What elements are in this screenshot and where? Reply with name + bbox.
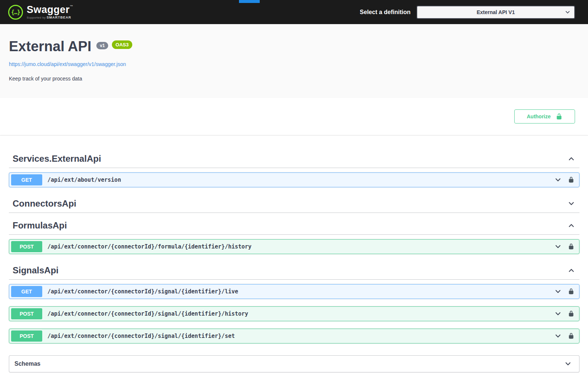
chevron-down-icon[interactable] xyxy=(554,288,562,295)
brand-name: Swagger™ xyxy=(27,5,73,15)
chevron-down-icon xyxy=(565,9,571,15)
operation-path: /api/ext/connector/{connectorId}/formula… xyxy=(47,243,252,250)
topbar: {…} Swagger™ Supported by SMARTBEAR Sele… xyxy=(0,0,588,24)
title-row: External API v1 OAS3 xyxy=(9,39,579,55)
operation-controls xyxy=(554,176,577,184)
chevron-down-icon[interactable] xyxy=(564,360,572,368)
section-header-services-externalapi[interactable]: Services.ExternalApi xyxy=(9,150,579,168)
method-badge: POST xyxy=(11,241,42,252)
chevron-up-icon[interactable] xyxy=(568,222,575,229)
section-header-signalsapi[interactable]: SignalsApi xyxy=(9,261,579,280)
lock-icon[interactable] xyxy=(568,333,574,339)
operation-controls xyxy=(554,288,577,295)
unlock-icon xyxy=(556,113,562,120)
section-services-externalapi: Services.ExternalApi GET /api/ext/about/… xyxy=(9,150,579,187)
section-formulasapi: FormulasApi POST /api/ext/connector/{con… xyxy=(9,217,579,254)
section-connectorsapi: ConnectorsApi xyxy=(9,195,579,213)
scheme-container: Authorize xyxy=(0,98,588,135)
method-badge: POST xyxy=(11,308,42,319)
operation-get-about-version[interactable]: GET /api/ext/about/version xyxy=(9,172,579,187)
definition-select[interactable]: External API V1 xyxy=(416,6,575,19)
operation-post-signal-history[interactable]: POST /api/ext/connector/{connectorId}/si… xyxy=(9,306,579,321)
api-description: Keep track of your process data xyxy=(9,76,579,82)
swagger-brand: {…} Swagger™ Supported by SMARTBEAR xyxy=(8,5,73,20)
swagger-logo-icon: {…} xyxy=(8,5,23,20)
lock-icon[interactable] xyxy=(568,310,574,317)
authorize-button[interactable]: Authorize xyxy=(514,109,575,124)
operation-get-signal-live[interactable]: GET /api/ext/connector/{connectorId}/sig… xyxy=(9,284,579,299)
selected-definition-value: External API V1 xyxy=(477,9,515,15)
chevron-down-icon[interactable] xyxy=(554,176,562,184)
operation-controls xyxy=(554,310,577,317)
definition-bar: Select a definition External API V1 xyxy=(360,6,575,19)
lock-icon[interactable] xyxy=(568,288,574,294)
section-header-formulasapi[interactable]: FormulasApi xyxy=(9,217,579,235)
operations-list: POST /api/ext/connector/{connectorId}/fo… xyxy=(9,239,579,254)
chevron-down-icon[interactable] xyxy=(554,243,562,250)
operation-post-formula-history[interactable]: POST /api/ext/connector/{connectorId}/fo… xyxy=(9,239,579,254)
trademark-mark: ™ xyxy=(70,4,73,8)
lock-icon[interactable] xyxy=(568,177,574,183)
page-title: External API xyxy=(9,39,91,55)
top-blue-indicator xyxy=(239,0,260,3)
chevron-down-icon[interactable] xyxy=(554,332,562,340)
operation-path: /api/ext/about/version xyxy=(47,177,121,183)
schemas-title: Schemas xyxy=(14,361,40,367)
operation-controls xyxy=(554,332,577,340)
chevron-up-icon[interactable] xyxy=(568,155,575,162)
operation-path: /api/ext/connector/{connectorId}/signal/… xyxy=(47,310,248,317)
select-definition-label: Select a definition xyxy=(360,9,411,16)
api-info-section: External API v1 OAS3 https://jumo.cloud/… xyxy=(0,24,588,98)
brand-text: Swagger™ Supported by SMARTBEAR xyxy=(27,5,73,19)
chevron-down-icon[interactable] xyxy=(568,200,575,207)
authorize-label: Authorize xyxy=(527,113,551,119)
method-badge: POST xyxy=(11,330,42,342)
operation-path: /api/ext/connector/{connectorId}/signal/… xyxy=(47,288,238,295)
section-title: ConnectorsApi xyxy=(13,198,76,209)
chevron-up-icon[interactable] xyxy=(568,267,575,274)
oas3-badge: OAS3 xyxy=(112,40,132,49)
operations-list: GET /api/ext/about/version xyxy=(9,172,579,187)
spec-url-link[interactable]: https://jumo.cloud/api/ext/swagger/v1/sw… xyxy=(9,61,126,67)
section-title: Services.ExternalApi xyxy=(13,154,101,164)
section-signalsapi: SignalsApi GET /api/ext/connector/{conne… xyxy=(9,261,579,343)
supported-by-text: Supported by SMARTBEAR xyxy=(27,16,73,19)
smartbear-wordmark: SMARTBEAR xyxy=(47,16,72,19)
operation-post-signal-set[interactable]: POST /api/ext/connector/{connectorId}/si… xyxy=(9,329,579,343)
operation-path: /api/ext/connector/{connectorId}/signal/… xyxy=(47,333,235,339)
version-badge: v1 xyxy=(96,42,108,49)
method-badge: GET xyxy=(11,286,42,297)
section-header-connectorsapi[interactable]: ConnectorsApi xyxy=(9,195,579,213)
operations-container: Services.ExternalApi GET /api/ext/about/… xyxy=(0,142,588,372)
schemas-section[interactable]: Schemas xyxy=(9,355,579,372)
chevron-down-icon[interactable] xyxy=(554,310,562,317)
lock-icon[interactable] xyxy=(568,243,574,250)
section-title: SignalsApi xyxy=(13,265,59,276)
operations-list: GET /api/ext/connector/{connectorId}/sig… xyxy=(9,284,579,343)
method-badge: GET xyxy=(11,174,42,185)
operation-controls xyxy=(554,243,577,250)
section-title: FormulasApi xyxy=(13,220,67,231)
